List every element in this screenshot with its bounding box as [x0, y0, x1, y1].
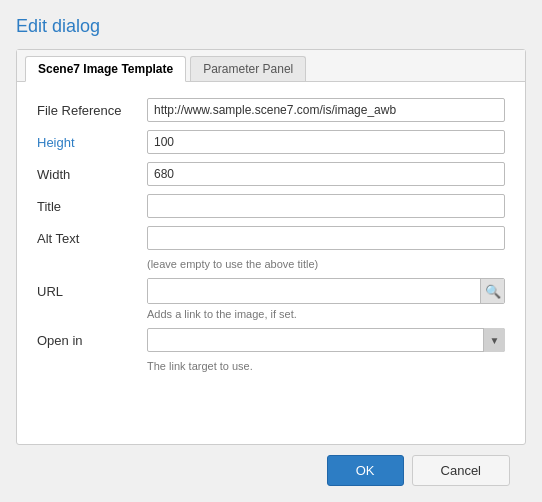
form-panel: File Reference Height Width Title Alt Te… — [17, 82, 525, 444]
ok-button[interactable]: OK — [327, 455, 404, 486]
dialog-footer: OK Cancel — [16, 445, 526, 486]
url-search-button[interactable]: 🔍 — [480, 279, 504, 303]
file-reference-row: File Reference — [37, 98, 505, 122]
search-icon: 🔍 — [485, 284, 501, 299]
tab-bar: Scene7 Image Template Parameter Panel — [17, 50, 525, 82]
url-hint: Adds a link to the image, if set. — [147, 308, 505, 320]
dialog-body: Scene7 Image Template Parameter Panel Fi… — [16, 49, 526, 445]
url-row: URL 🔍 — [37, 278, 505, 304]
url-input-wrap: 🔍 — [147, 278, 505, 304]
file-reference-label: File Reference — [37, 103, 147, 118]
alt-text-hint: (leave empty to use the above title) — [147, 258, 505, 270]
tab-scene7[interactable]: Scene7 Image Template — [25, 56, 186, 82]
height-label: Height — [37, 135, 147, 150]
width-input[interactable] — [147, 162, 505, 186]
dialog-title: Edit dialog — [16, 16, 526, 37]
height-input[interactable] — [147, 130, 505, 154]
alt-text-row: Alt Text — [37, 226, 505, 250]
title-label: Title — [37, 199, 147, 214]
open-in-row: Open in ▼ — [37, 328, 505, 352]
width-label: Width — [37, 167, 147, 182]
alt-text-label: Alt Text — [37, 231, 147, 246]
url-input[interactable] — [148, 279, 480, 303]
alt-text-input[interactable] — [147, 226, 505, 250]
title-input[interactable] — [147, 194, 505, 218]
height-row: Height — [37, 130, 505, 154]
tab-parameter[interactable]: Parameter Panel — [190, 56, 306, 81]
open-in-select-wrap: ▼ — [147, 328, 505, 352]
title-row: Title — [37, 194, 505, 218]
width-row: Width — [37, 162, 505, 186]
cancel-button[interactable]: Cancel — [412, 455, 510, 486]
open-in-hint: The link target to use. — [147, 360, 505, 372]
file-reference-input[interactable] — [147, 98, 505, 122]
open-in-select[interactable] — [147, 328, 505, 352]
open-in-label: Open in — [37, 333, 147, 348]
url-label: URL — [37, 284, 147, 299]
